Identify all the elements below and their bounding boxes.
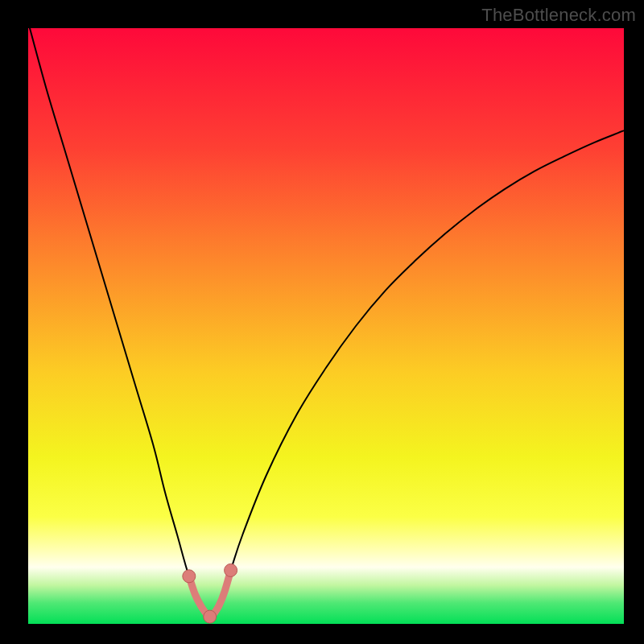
watermark-text: TheBottleneck.com xyxy=(481,5,636,26)
optimal-marker xyxy=(183,570,196,583)
plot-svg xyxy=(28,28,624,624)
chart-frame: TheBottleneck.com xyxy=(0,0,644,644)
optimal-marker xyxy=(225,564,237,576)
optimal-marker xyxy=(204,610,217,623)
plot-area xyxy=(28,28,624,624)
